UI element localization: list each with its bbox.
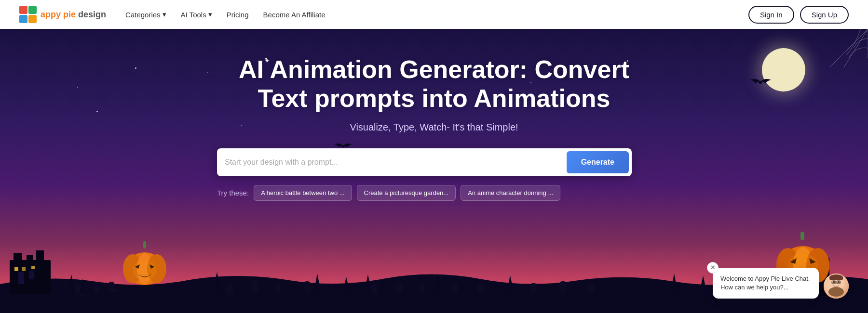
svg-rect-29 <box>420 284 425 293</box>
svg-rect-17 <box>31 266 35 269</box>
star <box>77 87 78 88</box>
try-these-label: Try these: <box>217 189 249 197</box>
dropdown-arrow-icon: ▾ <box>208 10 212 19</box>
generate-button[interactable]: Generate <box>567 151 629 173</box>
svg-rect-32 <box>530 283 537 293</box>
logo[interactable]: appy pie design <box>19 6 106 23</box>
svg-point-7 <box>759 81 762 84</box>
svg-rect-10 <box>14 253 22 265</box>
svg-point-49 <box>133 260 157 281</box>
svg-rect-44 <box>143 241 146 248</box>
svg-rect-34 <box>588 283 595 293</box>
nav-affiliate[interactable]: Become An Affiliate <box>263 11 326 19</box>
svg-rect-33 <box>559 281 567 293</box>
svg-rect-14 <box>29 271 34 279</box>
svg-rect-16 <box>22 267 26 271</box>
svg-rect-30 <box>451 282 458 293</box>
svg-point-60 <box>833 281 835 284</box>
svg-line-4 <box>829 29 868 67</box>
star <box>135 67 136 69</box>
hero-title: AI Animation Generator: Convert Text pro… <box>217 55 651 113</box>
svg-rect-28 <box>395 281 403 293</box>
nav-links: Categories ▾ AI Tools ▾ Pricing Become A… <box>125 10 325 19</box>
navbar: appy pie design Categories ▾ AI Tools ▾ … <box>0 0 868 29</box>
nav-ai-tools[interactable]: AI Tools ▾ <box>181 10 212 19</box>
svg-rect-11 <box>27 255 33 265</box>
search-input[interactable] <box>225 154 567 170</box>
try-chip-2[interactable]: Create a picturesque garden... <box>357 185 456 201</box>
try-chip-3[interactable]: An anime character donning ... <box>461 185 560 201</box>
svg-point-59 <box>828 287 844 297</box>
bat-icon <box>750 77 772 90</box>
svg-rect-24 <box>251 280 258 293</box>
pumpkin-left <box>123 239 166 289</box>
chat-bubble: ✕ Welcome to Appy Pie Live Chat. How can… <box>713 268 819 299</box>
svg-rect-31 <box>477 283 484 293</box>
nav-right: Sign In Sign Up <box>748 6 849 24</box>
svg-point-61 <box>838 281 840 284</box>
nav-pricing[interactable]: Pricing <box>227 11 249 19</box>
dropdown-arrow-icon: ▾ <box>163 10 166 19</box>
svg-rect-66 <box>829 276 843 280</box>
svg-rect-50 <box>800 232 804 240</box>
svg-rect-25 <box>275 283 281 293</box>
spider-web-icon <box>829 29 868 67</box>
svg-rect-20 <box>94 285 99 294</box>
logo-icon <box>19 6 37 23</box>
hero-subtitle: Visualize, Type, Watch- It's that Simple… <box>217 122 651 133</box>
signin-button[interactable]: Sign In <box>748 6 794 24</box>
svg-rect-15 <box>14 267 18 271</box>
try-these: Try these: A heroic battle between two .… <box>217 185 651 201</box>
svg-rect-12 <box>36 250 44 264</box>
svg-rect-22 <box>112 290 118 292</box>
signup-button[interactable]: Sign Up <box>800 6 849 24</box>
star <box>207 72 208 73</box>
svg-rect-13 <box>18 272 24 284</box>
chat-avatar-image <box>824 274 849 299</box>
chat-avatar[interactable] <box>824 274 849 299</box>
svg-rect-21 <box>80 294 86 296</box>
svg-rect-27 <box>371 283 378 293</box>
nav-categories[interactable]: Categories ▾ <box>125 10 166 19</box>
nav-left: appy pie design Categories ▾ AI Tools ▾ … <box>19 6 326 23</box>
search-container: Generate <box>217 148 632 176</box>
svg-rect-26 <box>304 281 311 292</box>
hero-content: AI Animation Generator: Convert Text pro… <box>217 29 651 201</box>
svg-rect-19 <box>108 282 114 291</box>
star <box>96 111 98 112</box>
svg-rect-1 <box>28 6 37 14</box>
svg-rect-2 <box>19 15 27 23</box>
svg-line-5 <box>844 29 868 67</box>
chat-message: Welcome to Appy Pie Live Chat. How can w… <box>720 275 810 291</box>
chat-widget: ✕ Welcome to Appy Pie Live Chat. How can… <box>713 268 849 299</box>
svg-rect-0 <box>19 6 27 14</box>
try-chip-1[interactable]: A heroic battle between two ... <box>254 185 352 201</box>
svg-rect-3 <box>28 15 37 23</box>
svg-rect-23 <box>227 284 233 295</box>
logo-text: appy pie design <box>41 10 106 20</box>
chat-close-button[interactable]: ✕ <box>707 262 719 274</box>
